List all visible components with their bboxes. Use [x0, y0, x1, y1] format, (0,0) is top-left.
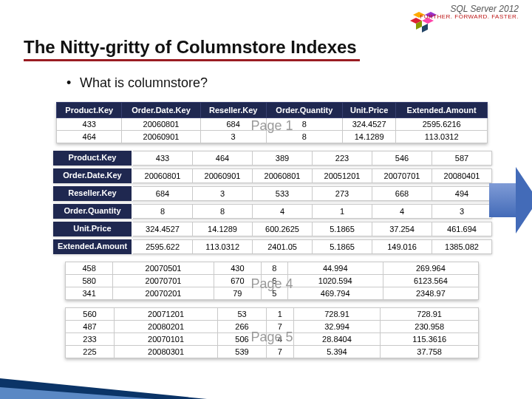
cell: 464: [57, 131, 122, 143]
cell: 433: [133, 151, 193, 166]
cell: 539: [218, 346, 267, 358]
columnstore-layout: Product.Key 433 464 389 223 546 587 Orde…: [53, 151, 492, 254]
cell: 20070501: [113, 262, 214, 275]
cell: 3: [200, 131, 266, 143]
header-cell: Order.Quantity: [266, 103, 342, 118]
cell: 225: [66, 346, 115, 358]
cell: 5: [262, 287, 288, 300]
rowstore-table-5: 560 20071201 53 1 728.91 728.91 487 2008…: [65, 307, 479, 358]
column-row: Reseller.Key 684 3 533 273 668 494: [53, 186, 492, 201]
diagram-container: Product.Key Order.Date.Key Reseller.Key …: [53, 102, 491, 366]
cell: 341: [66, 287, 113, 300]
cell: 37.254: [372, 222, 432, 236]
cell: 1: [313, 204, 372, 219]
column-label: Order.Quantity: [53, 204, 133, 219]
cell: 546: [372, 151, 432, 166]
cell: 2401.05: [253, 239, 313, 254]
slide-swoosh-icon: [0, 387, 155, 399]
slide-title: The Nitty-gritty of Columnstore Indexes: [24, 37, 360, 61]
cell: 464: [193, 151, 253, 166]
column-label: Order.Date.Key: [53, 168, 133, 183]
cell: 20060901: [122, 131, 200, 143]
cell: 113.0312: [396, 131, 488, 143]
cell: 8: [193, 204, 253, 219]
cell: 324.4527: [133, 222, 193, 236]
rowstore-table-4: 458 20070501 430 8 44.994 269.964 580 20…: [65, 262, 479, 300]
sql-server-branding: SQL Server 2012 FURTHER. FORWARD. FASTER…: [420, 4, 519, 21]
cell: 28.8404: [293, 333, 381, 346]
cell: 5.394: [293, 346, 381, 358]
cell: 670: [214, 275, 261, 287]
cell: 8: [266, 131, 342, 143]
cell: 684: [133, 186, 193, 201]
cell: 53: [218, 308, 267, 321]
cell: 668: [372, 186, 432, 201]
cell: 728.91: [293, 308, 381, 321]
cell: 2595.622: [133, 239, 193, 254]
header-cell: Reseller.Key: [200, 103, 266, 118]
cell: 44.994: [287, 262, 383, 275]
cell: 20051201: [313, 168, 372, 183]
table-row: 458 20070501 430 8 44.994 269.964: [66, 262, 479, 275]
table-row: 225 20080301 539 7 5.394 37.758: [66, 346, 479, 358]
table-row: 341 20070201 79 5 469.794 2348.97: [66, 287, 479, 300]
table-row: 487 20080201 266 7 32.994 230.958: [66, 321, 479, 333]
cell: 233: [66, 333, 115, 346]
cell: 8: [262, 262, 288, 275]
column-row: Unit.Price 324.4527 14.1289 600.2625 5.1…: [53, 222, 492, 236]
cell: 8: [266, 118, 342, 131]
cell: 273: [313, 186, 372, 201]
cell: 20060801: [253, 168, 313, 183]
cell: 37.758: [381, 346, 479, 358]
cell: 4: [267, 333, 294, 346]
cell: 533: [253, 186, 313, 201]
cell: 487: [66, 321, 115, 333]
header-cell: Unit.Price: [342, 103, 395, 118]
cell: 20060801: [122, 118, 200, 131]
cell: 20070201: [113, 287, 214, 300]
column-row: Order.Quantity 8 8 4 1 4 3: [53, 204, 492, 219]
cell: 458: [66, 262, 113, 275]
cell: 20070101: [115, 333, 218, 346]
rowstore-page-5: 560 20071201 53 1 728.91 728.91 487 2008…: [53, 307, 491, 358]
column-row: Product.Key 433 464 389 223 546 587: [53, 151, 492, 166]
cell: 20060801: [133, 168, 193, 183]
cell: 115.3616: [381, 333, 479, 346]
table-row: 560 20071201 53 1 728.91 728.91: [66, 308, 479, 321]
cell: 20070701: [372, 168, 432, 183]
column-label: Extended.Amount: [53, 239, 133, 254]
table-row: 433 20060801 684 8 324.4527 2595.6216: [57, 118, 488, 131]
column-label: Unit.Price: [53, 222, 133, 236]
cell: 494: [432, 186, 492, 201]
cell: 600.2625: [253, 222, 313, 236]
cell: 5.1865: [313, 239, 372, 254]
cell: 2595.6216: [396, 118, 488, 131]
header-cell: Extended.Amount: [396, 103, 488, 118]
cell: 8: [133, 204, 193, 219]
cell: 5.1865: [313, 222, 372, 236]
cell: 14.1289: [342, 131, 395, 143]
column-label: Product.Key: [53, 151, 133, 166]
rowstore-page-4: 458 20070501 430 8 44.994 269.964 580 20…: [53, 262, 491, 300]
table-row: 580 20070701 670 6 1020.594 6123.564: [66, 275, 479, 287]
cell: 580: [66, 275, 113, 287]
cell: 3: [432, 204, 492, 219]
cell: 14.1289: [193, 222, 253, 236]
cell: 560: [66, 308, 115, 321]
brand-sub-text: FURTHER. FORWARD. FASTER.: [420, 14, 519, 21]
cell: 7: [267, 321, 294, 333]
cell: 266: [218, 321, 267, 333]
cell: 6: [262, 275, 288, 287]
cell: 20080201: [115, 321, 218, 333]
arrow-icon: [489, 167, 532, 233]
bullet-text: What is columnstore?: [80, 75, 208, 91]
header-cell: Product.Key: [57, 103, 122, 118]
cell: 269.964: [383, 262, 478, 275]
cell: 587: [432, 151, 492, 166]
cell: 506: [218, 333, 267, 346]
cell: 20080401: [432, 168, 492, 183]
cell: 113.0312: [193, 239, 253, 254]
cell: 3: [193, 186, 253, 201]
table-header-row: Product.Key Order.Date.Key Reseller.Key …: [57, 103, 488, 118]
cell: 20070701: [113, 275, 214, 287]
